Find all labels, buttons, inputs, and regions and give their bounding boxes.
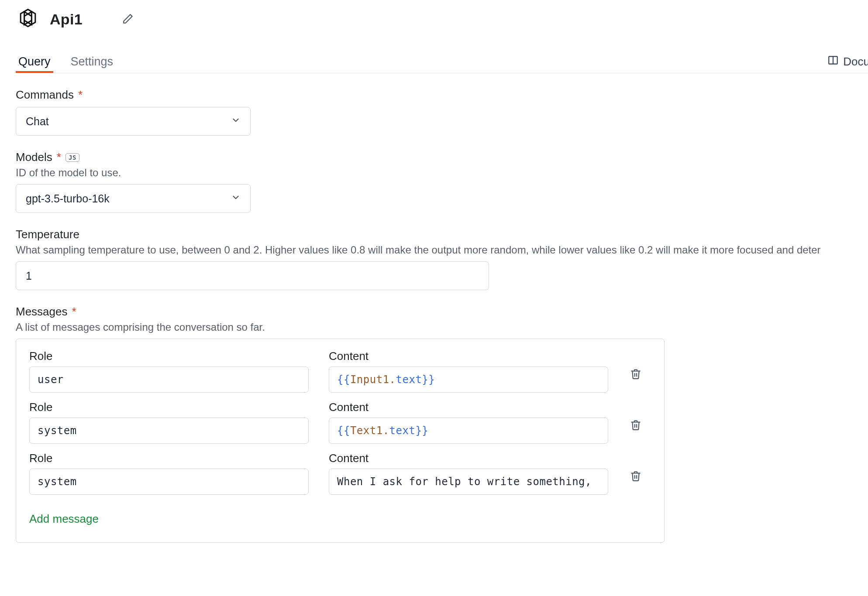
api-title: Api1 xyxy=(50,11,83,28)
message-row: RolesystemContentWhen I ask for help to … xyxy=(29,452,651,495)
message-role-label: Role xyxy=(29,349,309,363)
message-row: RolesystemContent{{Text1.text}} xyxy=(29,401,651,444)
message-role-input[interactable]: user xyxy=(29,367,309,393)
message-content-input[interactable]: When I ask for help to write something, xyxy=(329,469,608,495)
message-row: RoleuserContent{{Input1.text}} xyxy=(29,349,651,393)
delete-message-button[interactable] xyxy=(628,418,643,433)
message-content-label: Content xyxy=(329,452,608,465)
models-field: Models* JS ID of the model to use. gpt-3… xyxy=(16,151,868,213)
message-content-input[interactable]: {{Text1.text}} xyxy=(329,418,608,444)
edit-title-button[interactable] xyxy=(121,12,135,26)
temperature-value: 1 xyxy=(26,270,32,282)
temperature-helper: What sampling temperature to use, betwee… xyxy=(16,244,868,256)
required-marker: * xyxy=(72,305,76,319)
trash-icon xyxy=(630,425,641,432)
documentation-label: Docu xyxy=(843,55,868,69)
messages-container: RoleuserContent{{Input1.text}}Rolesystem… xyxy=(16,339,665,543)
required-marker: * xyxy=(57,151,61,164)
tab-settings[interactable]: Settings xyxy=(68,55,116,73)
trash-icon xyxy=(630,476,641,483)
temperature-label: Temperature xyxy=(16,228,79,241)
chevron-down-icon xyxy=(231,115,241,128)
trash-icon xyxy=(630,374,641,381)
temperature-field: Temperature What sampling temperature to… xyxy=(16,228,868,290)
message-content-input[interactable]: {{Input1.text}} xyxy=(329,367,608,393)
models-value: gpt-3.5-turbo-16k xyxy=(26,192,110,205)
js-badge: JS xyxy=(65,153,79,162)
book-icon xyxy=(827,55,839,69)
message-role-input[interactable]: system xyxy=(29,418,309,444)
pencil-icon xyxy=(122,13,134,26)
tab-query[interactable]: Query xyxy=(16,55,53,73)
models-helper: ID of the model to use. xyxy=(16,167,868,179)
openai-logo-icon xyxy=(16,7,40,31)
commands-value: Chat xyxy=(26,115,49,128)
delete-message-button[interactable] xyxy=(628,469,643,484)
add-message-button[interactable]: Add message xyxy=(29,512,99,526)
messages-field: Messages* A list of messages comprising … xyxy=(16,305,868,543)
message-role-input[interactable]: system xyxy=(29,469,309,495)
message-role-label: Role xyxy=(29,452,309,465)
message-role-label: Role xyxy=(29,401,309,414)
messages-helper: A list of messages comprising the conver… xyxy=(16,321,868,333)
models-label: Models xyxy=(16,151,52,164)
commands-label: Commands xyxy=(16,88,74,102)
message-content-label: Content xyxy=(329,349,608,363)
commands-select[interactable]: Chat xyxy=(16,107,251,136)
message-content-label: Content xyxy=(329,401,608,414)
documentation-link[interactable]: Docu xyxy=(827,55,868,69)
chevron-down-icon xyxy=(231,192,241,205)
temperature-input[interactable]: 1 xyxy=(16,261,489,290)
required-marker: * xyxy=(78,88,83,102)
delete-message-button[interactable] xyxy=(628,367,643,382)
models-select[interactable]: gpt-3.5-turbo-16k xyxy=(16,184,251,213)
messages-label: Messages xyxy=(16,305,68,319)
commands-field: Commands* Chat xyxy=(16,88,868,136)
